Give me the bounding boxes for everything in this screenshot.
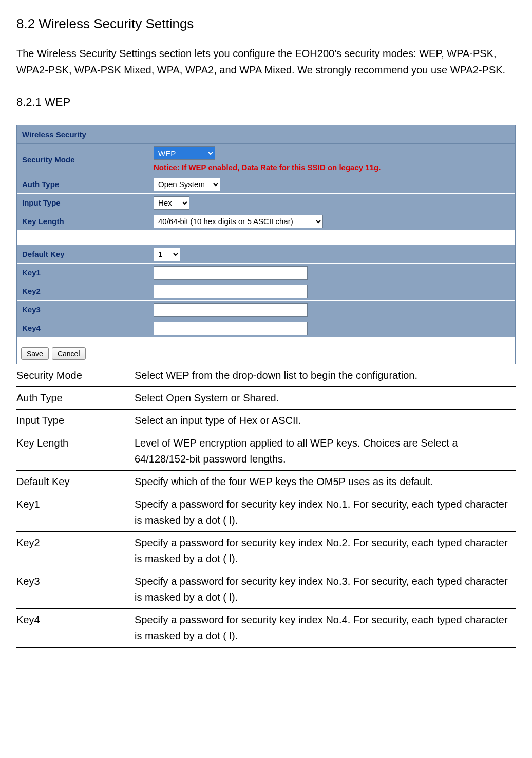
desc-term: Input Type — [16, 410, 135, 432]
desc-term: Key Length — [16, 432, 135, 471]
desc-def: Select WEP from the drop-down list to be… — [135, 364, 516, 387]
row-security-mode: Security Mode WEP Notice: If WEP enabled… — [17, 144, 515, 175]
desc-term: Security Mode — [16, 364, 135, 387]
select-input-type[interactable]: Hex — [154, 196, 189, 210]
input-key1[interactable] — [154, 266, 308, 280]
panel-footer: Save Cancel — [17, 337, 515, 364]
desc-def: Specify which of the four WEP keys the O… — [135, 471, 516, 493]
table-row: Key1 Specify a password for security key… — [16, 493, 516, 532]
section-title: 8.2 Wireless Security Settings — [16, 14, 516, 33]
row-default-key: Default Key 1 — [17, 245, 515, 263]
label-auth-type: Auth Type — [17, 175, 150, 193]
desc-def: Level of WEP encryption applied to all W… — [135, 432, 516, 471]
select-security-mode[interactable]: WEP — [154, 146, 215, 160]
input-key4[interactable] — [154, 322, 308, 335]
desc-def: Select Open System or Shared. — [135, 387, 516, 410]
row-key-length: Key Length 40/64-bit (10 hex digits or 5… — [17, 212, 515, 230]
subsection-title: 8.2.1 WEP — [16, 95, 516, 110]
label-security-mode: Security Mode — [17, 144, 150, 175]
label-input-type: Input Type — [17, 194, 150, 212]
desc-term: Key2 — [16, 532, 135, 570]
select-auth-type[interactable]: Open System — [154, 178, 220, 191]
wireless-security-panel: Wireless Security Security Mode WEP Noti… — [16, 125, 516, 364]
desc-term: Auth Type — [16, 387, 135, 410]
desc-def: Specify a password for security key inde… — [135, 493, 516, 532]
table-row: Input Type Select an input type of Hex o… — [16, 410, 516, 432]
desc-term: Key3 — [16, 570, 135, 609]
save-button[interactable]: Save — [21, 347, 49, 360]
label-key4: Key4 — [17, 319, 150, 337]
row-key3: Key3 — [17, 300, 515, 319]
table-row: Key4 Specify a password for security key… — [16, 609, 516, 648]
table-row: Key3 Specify a password for security key… — [16, 570, 516, 609]
label-key-length: Key Length — [17, 212, 150, 230]
spacer — [17, 230, 515, 245]
table-row: Default Key Specify which of the four WE… — [16, 471, 516, 493]
row-key1: Key1 — [17, 263, 515, 282]
row-input-type: Input Type Hex — [17, 193, 515, 212]
desc-def: Select an input type of Hex or ASCII. — [135, 410, 516, 432]
label-key3: Key3 — [17, 301, 150, 319]
section-intro: The Wireless Security Settings section l… — [16, 45, 516, 78]
desc-def: Specify a password for security key inde… — [135, 570, 516, 609]
select-key-length[interactable]: 40/64-bit (10 hex digits or 5 ASCII char… — [154, 215, 323, 228]
input-key3[interactable] — [154, 303, 308, 317]
table-row: Auth Type Select Open System or Shared. — [16, 387, 516, 410]
cancel-button[interactable]: Cancel — [52, 347, 86, 360]
desc-term: Key1 — [16, 493, 135, 532]
wep-notice: Notice: If WEP enabled, Data Rate for th… — [154, 162, 381, 173]
label-default-key: Default Key — [17, 245, 150, 263]
table-row: Key2 Specify a password for security key… — [16, 532, 516, 570]
row-auth-type: Auth Type Open System — [17, 175, 515, 193]
row-key2: Key2 — [17, 282, 515, 300]
desc-def: Specify a password for security key inde… — [135, 532, 516, 570]
panel-header: Wireless Security — [17, 125, 515, 144]
desc-term: Key4 — [16, 609, 135, 648]
label-key1: Key1 — [17, 264, 150, 282]
input-key2[interactable] — [154, 285, 308, 298]
description-table: Security Mode Select WEP from the drop-d… — [16, 364, 516, 648]
desc-term: Default Key — [16, 471, 135, 493]
desc-def: Specify a password for security key inde… — [135, 609, 516, 648]
label-key2: Key2 — [17, 282, 150, 300]
table-row: Security Mode Select WEP from the drop-d… — [16, 364, 516, 387]
table-row: Key Length Level of WEP encryption appli… — [16, 432, 516, 471]
select-default-key[interactable]: 1 — [154, 248, 180, 261]
row-key4: Key4 — [17, 319, 515, 337]
